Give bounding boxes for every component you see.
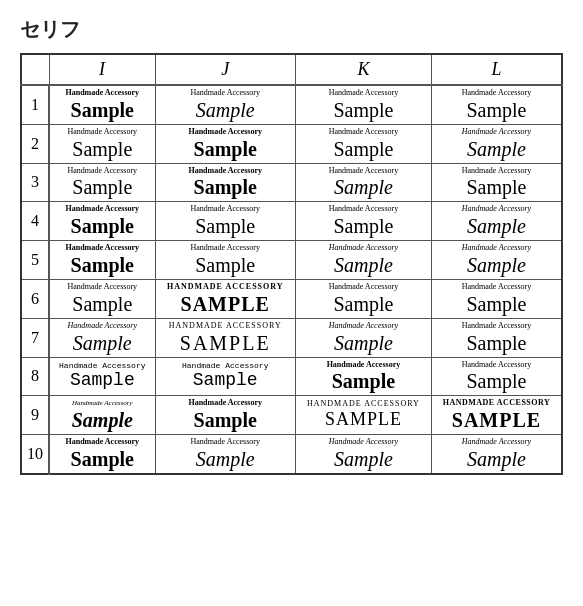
table-cell: Handmade AccessorySample: [49, 202, 155, 241]
table-row: 9Handmade AccessorySampleHandmade Access…: [21, 396, 562, 435]
table-cell: Handmade AccessorySample: [155, 357, 295, 396]
cell-top-text: HANDMADE ACCESSORY: [169, 322, 282, 331]
cell-bottom-text: Sample: [194, 409, 257, 431]
table-cell: Handmade AccessorySample: [49, 124, 155, 163]
cell-top-text: Handmade Accessory: [327, 361, 401, 370]
cell-top-text: Handmade Accessory: [72, 400, 133, 408]
table-cell: Handmade AccessorySample: [295, 163, 431, 202]
cell-top-text: Handmade Accessory: [68, 283, 138, 292]
col-header-i: I: [49, 54, 155, 85]
cell-bottom-text: Sample: [466, 332, 526, 354]
cell-top-text: Handmade Accessory: [188, 167, 262, 176]
table-cell: Handmade AccessorySample: [49, 279, 155, 318]
table-row: 1Handmade AccessorySampleHandmade Access…: [21, 85, 562, 124]
cell-top-text: Handmade Accessory: [190, 244, 260, 253]
cell-top-text: Handmade Accessory: [59, 362, 145, 371]
cell-bottom-text: Sample: [466, 293, 526, 315]
cell-top-text: Handmade Accessory: [188, 399, 262, 408]
cell-bottom-text: Sample: [333, 215, 393, 237]
cell-bottom-text: Sample: [195, 254, 255, 276]
cell-top-text: Handmade Accessory: [66, 244, 140, 253]
table-cell: Handmade AccessorySample: [431, 241, 562, 280]
table-cell: Handmade AccessorySample: [49, 435, 155, 474]
cell-top-text: Handmade Accessory: [329, 438, 398, 447]
cell-bottom-text: Sample: [194, 138, 257, 160]
cell-top-text: Handmade Accessory: [329, 322, 398, 331]
font-table: I J K L 1Handmade AccessorySampleHandmad…: [20, 53, 563, 475]
cell-top-text: Handmade Accessory: [462, 205, 531, 214]
cell-bottom-text: Sample: [467, 254, 526, 276]
table-cell: Handmade AccessorySample: [155, 163, 295, 202]
table-row: 5Handmade AccessorySampleHandmade Access…: [21, 241, 562, 280]
cell-top-text: Handmade Accessory: [188, 128, 262, 137]
cell-bottom-text: Sample: [466, 370, 526, 392]
page-title: セリフ: [20, 16, 563, 43]
table-cell: Handmade AccessorySample: [49, 241, 155, 280]
table-cell: Handmade AccessorySample: [431, 435, 562, 474]
col-header-empty: [21, 54, 49, 85]
table-cell: Handmade AccessorySample: [155, 435, 295, 474]
table-cell: Handmade AccessorySample: [155, 124, 295, 163]
table-row: 10Handmade AccessorySampleHandmade Acces…: [21, 435, 562, 474]
cell-top-text: Handmade Accessory: [329, 283, 399, 292]
table-row: 6Handmade AccessorySampleHANDMADE ACCESS…: [21, 279, 562, 318]
cell-bottom-text: SAMPLE: [325, 410, 402, 430]
row-number: 5: [21, 241, 49, 280]
row-number: 10: [21, 435, 49, 474]
cell-top-text: Handmade Accessory: [190, 89, 260, 98]
cell-bottom-text: Sample: [334, 254, 393, 276]
table-cell: Handmade AccessorySample: [155, 85, 295, 124]
cell-top-text: Handmade Accessory: [462, 167, 532, 176]
table-row: 8Handmade AccessorySampleHandmade Access…: [21, 357, 562, 396]
table-cell: Handmade AccessorySample: [155, 202, 295, 241]
cell-bottom-text: SAMPLE: [180, 332, 271, 354]
cell-bottom-text: Sample: [72, 138, 132, 160]
table-cell: Handmade AccessorySample: [431, 279, 562, 318]
table-cell: Handmade AccessorySample: [295, 279, 431, 318]
table-cell: Handmade AccessorySample: [49, 396, 155, 435]
cell-bottom-text: Sample: [71, 254, 134, 276]
cell-bottom-text: Sample: [71, 448, 134, 470]
cell-top-text: HANDMADE ACCESSORY: [307, 400, 420, 409]
table-cell: Handmade AccessorySample: [155, 241, 295, 280]
row-number: 4: [21, 202, 49, 241]
table-header-row: I J K L: [21, 54, 562, 85]
cell-bottom-text: Sample: [193, 371, 258, 391]
cell-top-text: Handmade Accessory: [190, 438, 260, 447]
table-cell: HANDMADE ACCESSORYSAMPLE: [155, 318, 295, 357]
table-cell: Handmade AccessorySample: [295, 318, 431, 357]
cell-top-text: Handmade Accessory: [329, 128, 399, 137]
table-cell: Handmade AccessorySample: [431, 85, 562, 124]
cell-bottom-text: Sample: [466, 99, 526, 121]
cell-top-text: Handmade Accessory: [68, 167, 138, 176]
cell-top-text: HANDMADE ACCESSORY: [167, 283, 284, 292]
table-cell: HANDMADE ACCESSORYSAMPLE: [295, 396, 431, 435]
row-number: 7: [21, 318, 49, 357]
cell-top-text: Handmade Accessory: [66, 89, 140, 98]
cell-top-text: Handmade Accessory: [462, 438, 531, 447]
cell-top-text: Handmade Accessory: [462, 244, 531, 253]
row-number: 9: [21, 396, 49, 435]
cell-bottom-text: Sample: [332, 370, 395, 392]
cell-top-text: Handmade Accessory: [190, 205, 260, 214]
cell-bottom-text: Sample: [467, 138, 526, 160]
cell-top-text: Handmade Accessory: [462, 361, 532, 370]
cell-top-text: HANDMADE ACCESSORY: [443, 399, 551, 408]
cell-top-text: Handmade Accessory: [462, 322, 532, 331]
table-row: 4Handmade AccessorySampleHandmade Access…: [21, 202, 562, 241]
table-cell: Handmade AccessorySample: [49, 357, 155, 396]
cell-bottom-text: Sample: [467, 215, 526, 237]
cell-top-text: Handmade Accessory: [462, 128, 531, 137]
cell-bottom-text: Sample: [73, 332, 132, 354]
cell-top-text: Handmade Accessory: [66, 205, 140, 214]
cell-top-text: Handmade Accessory: [66, 438, 140, 447]
cell-bottom-text: Sample: [334, 176, 393, 198]
table-row: 2Handmade AccessorySampleHandmade Access…: [21, 124, 562, 163]
cell-top-text: Handmade Accessory: [329, 167, 399, 176]
cell-bottom-text: Sample: [333, 99, 393, 121]
cell-bottom-text: Sample: [72, 293, 132, 315]
cell-bottom-text: Sample: [196, 99, 255, 121]
table-cell: Handmade AccessorySample: [431, 202, 562, 241]
table-cell: Handmade AccessorySample: [431, 124, 562, 163]
cell-top-text: Handmade Accessory: [329, 205, 399, 214]
